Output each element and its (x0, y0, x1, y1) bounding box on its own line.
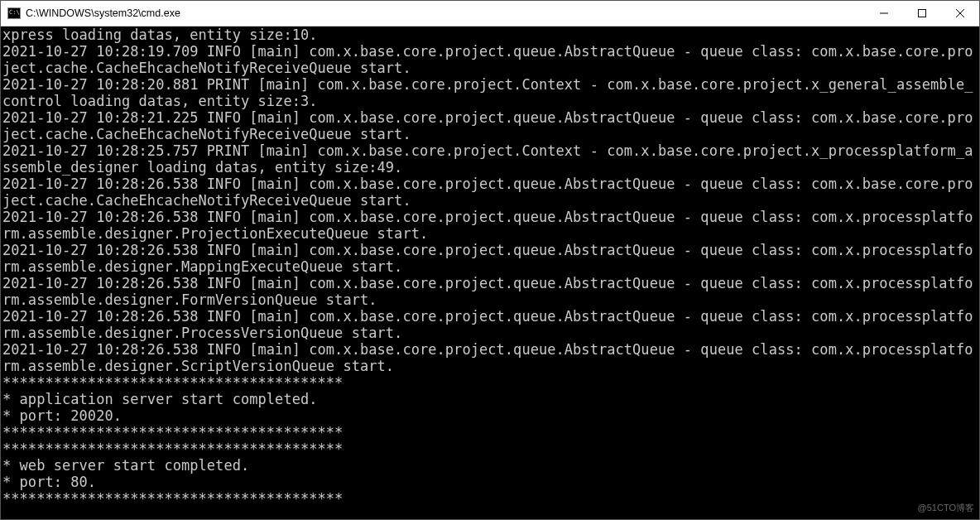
terminal-line: 2021-10-27 10:28:19.709 INFO [main] com.… (2, 43, 978, 76)
watermark: @51CTO博客 (918, 499, 974, 516)
terminal-line: 2021-10-27 10:28:26.538 INFO [main] com.… (2, 341, 978, 374)
terminal-line: 2021-10-27 10:28:26.538 INFO [main] com.… (2, 242, 978, 275)
terminal-line: 2021-10-27 10:28:25.757 PRINT [main] com… (2, 142, 978, 176)
window-controls (865, 1, 979, 26)
svg-text:C:\: C:\ (9, 9, 20, 16)
terminal-line: **************************************** (2, 374, 978, 391)
terminal-line: **************************************** (2, 424, 978, 441)
terminal-line: * application server start completed. (2, 391, 978, 407)
terminal-line: xpress loading datas, entity size:10. (2, 26, 978, 43)
titlebar[interactable]: C:\ C:\WINDOWS\system32\cmd.exe (1, 1, 979, 26)
terminal-line: 2021-10-27 10:28:26.538 INFO [main] com.… (2, 308, 978, 341)
minimize-button[interactable] (865, 1, 903, 26)
terminal-line: 2021-10-27 10:28:26.538 INFO [main] com.… (2, 176, 978, 209)
cmd-icon: C:\ (7, 7, 21, 20)
terminal-line: **************************************** (2, 490, 978, 507)
terminal-line: 2021-10-27 10:28:21.225 INFO [main] com.… (2, 109, 978, 142)
terminal-line: 2021-10-27 10:28:20.881 PRINT [main] com… (2, 76, 978, 109)
terminal-line: **************************************** (2, 441, 978, 457)
window-title: C:\WINDOWS\system32\cmd.exe (26, 7, 865, 19)
maximize-button[interactable] (903, 1, 941, 26)
terminal-line: * web server start completed. (2, 457, 978, 474)
terminal-line: 2021-10-27 10:28:26.538 INFO [main] com.… (2, 209, 978, 242)
terminal-line: * port: 20020. (2, 407, 978, 424)
terminal-output[interactable]: xpress loading datas, entity size:10.202… (1, 26, 979, 519)
close-button[interactable] (941, 1, 979, 26)
svg-rect-3 (919, 10, 926, 17)
cmd-window: C:\ C:\WINDOWS\system32\cmd.exe xpress l… (0, 0, 980, 520)
terminal-line: * port: 80. (2, 474, 978, 490)
terminal-line: 2021-10-27 10:28:26.538 INFO [main] com.… (2, 275, 978, 308)
